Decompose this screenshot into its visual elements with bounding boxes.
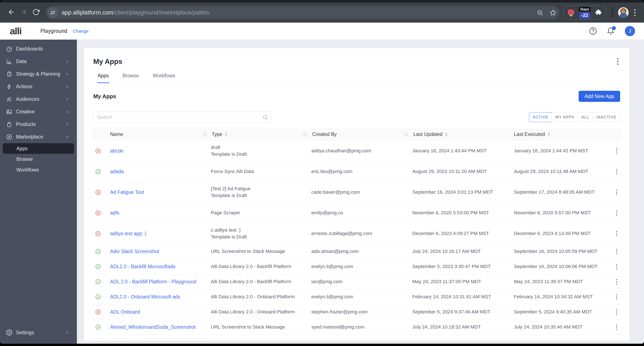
column-label: Last Executed <box>514 131 545 137</box>
column-header-last-updated[interactable]: Last Updated <box>402 131 512 137</box>
url-text[interactable]: app.alliplatform.com/client/playground/m… <box>62 9 209 16</box>
address-bar[interactable]: app.alliplatform.com/client/playground/m… <box>46 6 559 19</box>
chevron-right-icon <box>65 97 70 102</box>
days-badge-label: Days <box>579 7 590 12</box>
sidebar-item-creative[interactable]: Creative <box>0 106 77 118</box>
add-new-app-button[interactable]: Add New App <box>578 91 620 102</box>
app-type: Alli Data Library 2.0 - Backfill Platfor… <box>211 263 291 270</box>
status-error-icon <box>95 148 101 154</box>
filter-my-apps[interactable]: MY APPS <box>552 113 578 122</box>
column-header-type[interactable]: Type <box>201 131 302 137</box>
sidebar-item-settings[interactable]: Settings <box>0 326 77 339</box>
app-name-link[interactable]: aditya test app :) <box>110 231 146 236</box>
back-button[interactable] <box>5 7 18 19</box>
sidebar-item-label: Dashboards <box>16 46 70 52</box>
reload-icon <box>32 9 40 17</box>
column-header-last-executed[interactable]: Last Executed <box>512 131 605 137</box>
sort-arrows-icon[interactable] <box>225 133 228 136</box>
client-name: Playground <box>40 28 67 34</box>
strawberry-extension-icon[interactable] <box>568 9 574 16</box>
row-actions-kebab-icon[interactable] <box>615 308 618 316</box>
zoom-out-icon[interactable] <box>537 9 543 16</box>
last-updated: September 5, 2024 9:37:46 AM MDT <box>412 309 490 315</box>
column-label: Last Updated <box>413 131 442 137</box>
last-executed: September 16, 2024 10:06:06 PM MDT <box>514 264 598 269</box>
table-row: Ad Fatigue Test[Test 2] Ad FatigueTempla… <box>92 182 622 203</box>
browser-toolbar: app.alliplatform.com/client/playground/m… <box>0 3 644 23</box>
status-success-icon <box>95 279 101 285</box>
row-actions-kebab-icon[interactable] <box>615 323 618 331</box>
sidebar-subitem-apps[interactable]: Apps <box>3 143 74 154</box>
filter-all[interactable]: ALL <box>578 113 593 122</box>
sidebar-item-actions[interactable]: Actions <box>0 80 77 93</box>
sidebar-item-products[interactable]: Products <box>0 118 77 131</box>
strategy-icon <box>6 71 12 77</box>
filter-active[interactable]: ACTIVE <box>529 113 552 122</box>
app-name-link[interactable]: Adiv Slack Screenshot <box>110 249 159 254</box>
app-name-link[interactable]: ADL Onboard <box>110 309 140 315</box>
change-client-link[interactable]: Change <box>73 29 88 34</box>
column-search-icon[interactable] <box>202 132 207 137</box>
sidebar-item-dashboards[interactable]: Dashboards <box>0 43 77 55</box>
sidebar-item-audiences[interactable]: Audiences <box>0 93 77 106</box>
column-search-icon[interactable] <box>404 132 409 137</box>
tab-browse[interactable]: Browse <box>122 72 139 83</box>
search-icon[interactable] <box>262 114 268 120</box>
row-actions-kebab-icon[interactable] <box>615 147 618 155</box>
app-name-link[interactable]: ADL 2.0 - Backfill Platform - Playground <box>110 279 196 285</box>
sidebar-item-strategy-planning[interactable]: Strategy & Planning <box>0 68 77 80</box>
app-name-link[interactable]: adada <box>110 169 124 174</box>
column-search-icon[interactable] <box>303 132 308 137</box>
sidebar-item-data[interactable]: Data <box>0 55 77 68</box>
last-executed: November 6, 2020 5:57:00 PM MST <box>514 210 590 216</box>
created-by: adiv.ahsan@pmg.com <box>311 249 359 254</box>
notifications-bell-icon[interactable] <box>607 27 614 35</box>
alli-logo[interactable]: alli <box>10 26 22 37</box>
filter-inactive[interactable]: INACTIVE <box>593 113 620 122</box>
creative-icon <box>6 109 12 115</box>
browser-profile-avatar[interactable] <box>618 7 629 18</box>
created-by: syed.masood@pmg.com <box>311 324 364 330</box>
app-name-link[interactable]: abcde <box>110 148 124 154</box>
extensions-puzzle-icon[interactable] <box>595 9 602 16</box>
row-actions-kebab-icon[interactable] <box>615 248 618 255</box>
table-row: Adiv Slack ScreenshotURL Screenshot to S… <box>92 244 622 259</box>
sidebar-subitem-browse[interactable]: Browse <box>3 154 74 164</box>
status-success-icon <box>95 169 101 174</box>
sidebar-item-marketplace[interactable]: Marketplace <box>0 131 77 143</box>
notification-dot <box>612 26 616 30</box>
row-actions-kebab-icon[interactable] <box>615 168 618 176</box>
forward-button[interactable] <box>18 7 30 19</box>
days-counter-extension[interactable]: Days -22 <box>579 7 590 19</box>
sidebar-subitem-workflows[interactable]: Workflows <box>3 164 74 175</box>
page-options-kebab-icon[interactable] <box>616 57 620 66</box>
reload-button[interactable] <box>30 7 42 19</box>
last-updated: July 24, 2024 10:18:32 AM MDT <box>412 324 481 330</box>
sort-arrows-icon[interactable] <box>548 133 550 136</box>
row-actions-kebab-icon[interactable] <box>615 230 618 238</box>
row-actions-kebab-icon[interactable] <box>615 263 618 271</box>
bookmark-star-icon[interactable] <box>550 9 556 16</box>
row-actions-kebab-icon[interactable] <box>615 293 618 301</box>
browser-menu-icon[interactable] <box>634 9 636 16</box>
app-name-link[interactable]: ADL2.0 - Onboard Microsoft ads <box>110 294 180 300</box>
column-label: Created By <box>312 131 337 137</box>
app-name-link[interactable]: Ad Fatigue Test <box>110 189 144 195</box>
tab-apps[interactable]: Apps <box>97 72 109 83</box>
search-input[interactable] <box>97 114 262 120</box>
row-actions-kebab-icon[interactable] <box>615 209 618 217</box>
app-name-link[interactable]: adfs <box>110 210 119 216</box>
user-avatar[interactable]: J <box>625 26 635 36</box>
app-name-link[interactable]: ADL2.0 - Backfill Microsoftads <box>110 264 176 269</box>
row-actions-kebab-icon[interactable] <box>615 278 618 286</box>
chevron-down-icon <box>65 135 70 139</box>
row-actions-kebab-icon[interactable] <box>615 188 618 196</box>
app-name-link[interactable]: Ahmed_WhiskersandSoda_Screenshot <box>110 324 196 330</box>
help-icon[interactable] <box>589 27 597 35</box>
section-title: My Apps <box>93 93 116 100</box>
data-icon <box>6 58 12 65</box>
site-settings-icon[interactable] <box>48 8 58 18</box>
column-header-created-by[interactable]: Created By <box>302 131 402 137</box>
tab-workflows[interactable]: Workflows <box>152 72 176 83</box>
sort-arrows-icon[interactable] <box>445 133 448 136</box>
